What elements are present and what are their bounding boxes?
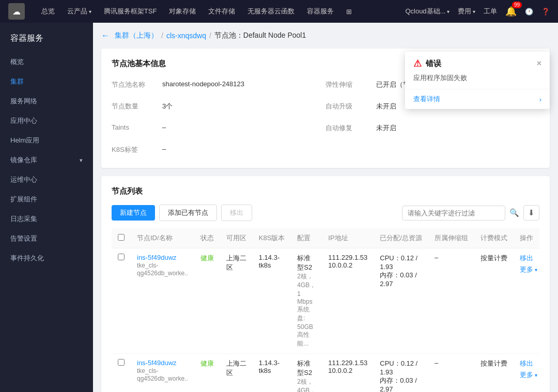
nav-billing[interactable]: 费用: [458, 7, 475, 16]
back-button[interactable]: ←: [101, 31, 110, 40]
info-label-elastic: 弹性伸缩: [326, 80, 372, 89]
sidebar-item-overview[interactable]: 概览: [0, 52, 93, 72]
table-header-row: 节点ID/名称 状态 可用区 K8S版本 配置 IP地址 已分配/总资源 所属伸…: [112, 228, 539, 248]
sidebar-item-network[interactable]: 服务网络: [0, 91, 93, 111]
nav-cfs[interactable]: 文件存储: [208, 7, 235, 16]
sidebar-label-logging: 日志采集: [10, 214, 37, 224]
more-btn-0[interactable]: 更多: [520, 265, 537, 274]
status-badge-0: 健康: [200, 254, 214, 262]
error-message: 应用程序加固失败: [405, 73, 550, 89]
move-out-btn-1[interactable]: 移出: [520, 359, 537, 368]
row-checkbox-cell-1: [112, 354, 131, 393]
chevron-down-icon: ▾: [80, 157, 83, 164]
row-checkbox-cell-0: [112, 248, 131, 354]
new-node-button[interactable]: 新建节点: [112, 205, 155, 221]
sidebar-item-ops[interactable]: 运维中心: [0, 170, 93, 190]
nav-scf[interactable]: 无服务器云函数: [247, 7, 295, 16]
nav-right: Qcloud基础... 费用 工单 🔔 99 🕐 ❓: [405, 6, 550, 17]
row-scale-group-1: –: [428, 354, 474, 393]
sidebar-item-extensions[interactable]: 扩展组件: [0, 190, 93, 209]
info-value-auto-repair: 未开启: [376, 123, 396, 133]
row-node-id-1: ins-5f49duwz tke_cls-qg4526db_worke..: [131, 354, 194, 393]
content-area: ⚠ 错误 × 应用程序加固失败 查看详情 › ← 集群（上海） / cls-xn…: [93, 23, 558, 392]
row-k8s-ver-0: 1.14.3-tk8s: [253, 248, 291, 354]
error-detail-link[interactable]: 查看详情 ›: [405, 89, 550, 109]
row-zone-0: 上海二区: [220, 248, 253, 354]
search-input[interactable]: [402, 206, 505, 221]
notification-badge: 99: [512, 2, 522, 8]
breadcrumb-sep1: /: [161, 32, 163, 40]
nav-more[interactable]: ⊞: [346, 8, 352, 15]
move-out-button[interactable]: 移出: [221, 205, 252, 221]
row-ip-0: 111.229.1.5310.0.0.2: [322, 248, 374, 354]
sidebar-item-alerts[interactable]: 告警设置: [0, 229, 93, 248]
status-badge-1: 健康: [200, 359, 214, 367]
logo-icon[interactable]: ☁: [8, 3, 25, 20]
nav-cloud-products[interactable]: 云产品: [67, 7, 91, 16]
sidebar: 容器服务 概览 集群 服务网络 应用中心 Helm应用 镜像仓库 ▾ 运维中心 …: [0, 23, 93, 392]
breadcrumb-cluster-link[interactable]: 集群（上海）: [115, 31, 158, 40]
row-node-id-0: ins-5f49duwz tke_cls-qg4526db_worke..: [131, 248, 194, 354]
nav-tsf[interactable]: 腾讯服务框架TSF: [104, 7, 157, 16]
row-billing-0: 按量计费: [474, 248, 514, 354]
more-btn-1[interactable]: 更多: [520, 370, 537, 380]
info-value-name: sharotest-nodepool-248123: [162, 80, 244, 88]
th-status: 状态: [194, 228, 220, 248]
info-value-k8s: –: [162, 145, 166, 153]
sidebar-label-alerts: 告警设置: [10, 234, 37, 243]
row-checkbox-1[interactable]: [118, 359, 125, 366]
action-col-1: 移出 更多: [520, 359, 537, 380]
node-id-link-1[interactable]: ins-5f49duwz: [137, 359, 177, 367]
row-ip-1: 111.229.1.5310.0.0.2: [322, 354, 374, 393]
breadcrumb-cluster-id-link[interactable]: cls-xnqsdwq: [166, 32, 206, 40]
row-config-1: 标准型S2 2核，4GB，1 Mbps 系统盘: 50GB 高性能...: [291, 354, 322, 393]
main-layout: 容器服务 概览 集群 服务网络 应用中心 Helm应用 镜像仓库 ▾ 运维中心 …: [0, 23, 558, 392]
row-checkbox-0[interactable]: [118, 254, 125, 260]
row-config-0: 标准型S2 2核，4GB，1 Mbps 系统盘: 50GB 高性能...: [291, 248, 322, 354]
top-nav: ☁ 总览 云产品 腾讯服务框架TSF 对象存储 文件存储 无服务器云函数 容器服…: [0, 0, 558, 23]
sidebar-label-cluster: 集群: [10, 77, 24, 86]
nav-help-icon[interactable]: ❓: [541, 8, 550, 15]
info-value-auto-upgrade: 未开启: [376, 102, 396, 111]
row-status-1: 健康: [194, 354, 220, 393]
info-label-count: 节点数量: [112, 102, 158, 111]
error-title: 错误: [426, 59, 441, 69]
sidebar-item-helm[interactable]: Helm应用: [0, 131, 93, 150]
info-value-taints: –: [162, 123, 166, 131]
node-table: 节点ID/名称 状态 可用区 K8S版本 配置 IP地址 已分配/总资源 所属伸…: [112, 228, 539, 392]
sidebar-item-events[interactable]: 事件持久化: [0, 248, 93, 268]
add-existing-node-button[interactable]: 添加已有节点: [159, 205, 217, 221]
node-id-link-0[interactable]: ins-5f49duwz: [137, 254, 177, 261]
nav-overview[interactable]: 总览: [41, 7, 55, 16]
row-status-0: 健康: [194, 248, 220, 354]
nav-cos[interactable]: 对象存储: [169, 7, 196, 16]
th-k8s-ver: K8S版本: [253, 228, 291, 248]
select-all-checkbox[interactable]: [118, 234, 125, 241]
nav-account[interactable]: Qcloud基础...: [405, 7, 450, 16]
th-node-id: 节点ID/名称: [131, 228, 194, 248]
nav-ccs[interactable]: 容器服务: [307, 7, 334, 16]
th-billing: 计费模式: [474, 228, 514, 248]
action-col-0: 移出 更多: [520, 254, 537, 274]
th-scale-group: 所属伸缩组: [428, 228, 474, 248]
search-icon[interactable]: 🔍: [509, 208, 519, 217]
move-out-btn-0[interactable]: 移出: [520, 254, 537, 263]
info-row-count: 节点数量 3个: [112, 99, 326, 114]
row-k8s-ver-1: 1.14.3-tk8s: [253, 354, 291, 393]
th-actions: 操作: [514, 228, 539, 248]
chevron-right-icon: ›: [539, 96, 541, 103]
sidebar-title: 容器服务: [0, 23, 93, 52]
close-button[interactable]: ×: [537, 59, 541, 68]
download-icon[interactable]: ⬇: [523, 205, 539, 221]
sidebar-item-registry[interactable]: 镜像仓库 ▾: [0, 150, 93, 170]
info-label-taints: Taints: [112, 123, 158, 131]
sidebar-label-helm: Helm应用: [10, 136, 39, 145]
error-toast-header: ⚠ 错误 ×: [405, 52, 550, 73]
node-sub-id-0: tke_cls-qg4526db_worke..: [137, 262, 188, 277]
notification-bell[interactable]: 🔔 99: [505, 6, 517, 17]
sidebar-item-appcenter[interactable]: 应用中心: [0, 111, 93, 131]
sidebar-item-logging[interactable]: 日志采集: [0, 209, 93, 229]
sidebar-item-cluster[interactable]: 集群: [0, 72, 93, 91]
nav-clock-icon[interactable]: 🕐: [525, 8, 533, 15]
nav-workorder[interactable]: 工单: [484, 7, 497, 16]
